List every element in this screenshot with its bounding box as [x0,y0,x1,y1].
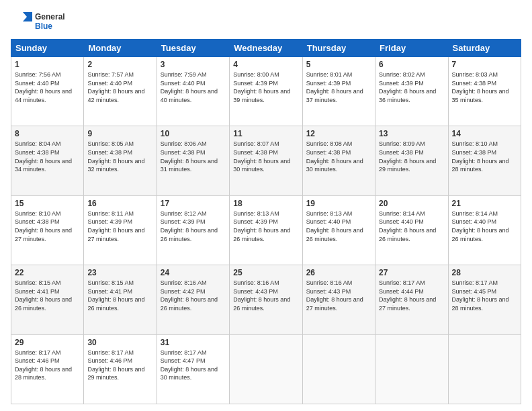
day-info: Sunrise: 8:14 AMSunset: 4:40 PMDaylight:… [379,210,444,243]
weekday-header-sunday: Sunday [11,40,84,57]
day-info: Sunrise: 8:08 AMSunset: 4:38 PMDaylight:… [306,140,371,173]
day-number: 5 [306,60,371,69]
day-info: Sunrise: 8:14 AMSunset: 4:40 PMDaylight:… [452,210,517,243]
day-info: Sunrise: 8:15 AMSunset: 4:41 PMDaylight:… [15,279,80,312]
weekday-header-wednesday: Wednesday [230,40,302,57]
day-info: Sunrise: 8:13 AMSunset: 4:39 PMDaylight:… [233,210,298,243]
calendar-cell: 19Sunrise: 8:13 AMSunset: 4:40 PMDayligh… [302,195,375,265]
calendar-cell: 4Sunrise: 8:00 AMSunset: 4:39 PMDaylight… [230,57,302,126]
day-info: Sunrise: 8:10 AMSunset: 4:38 PMDaylight:… [15,210,80,243]
calendar-cell: 28Sunrise: 8:17 AMSunset: 4:45 PMDayligh… [448,265,521,334]
day-info: Sunrise: 7:57 AMSunset: 4:40 PMDaylight:… [87,71,152,104]
day-info: Sunrise: 8:02 AMSunset: 4:39 PMDaylight:… [379,71,444,104]
calendar-week-3: 15Sunrise: 8:10 AMSunset: 4:38 PMDayligh… [11,195,521,265]
day-number: 19 [306,199,371,208]
day-info: Sunrise: 8:12 AMSunset: 4:39 PMDaylight:… [161,210,226,243]
calendar-cell: 14Sunrise: 8:10 AMSunset: 4:38 PMDayligh… [448,126,521,195]
day-info: Sunrise: 8:17 AMSunset: 4:46 PMDaylight:… [15,349,80,382]
day-number: 3 [161,60,226,69]
day-number: 6 [379,60,444,69]
calendar-cell: 8Sunrise: 8:04 AMSunset: 4:38 PMDaylight… [11,126,84,195]
day-info: Sunrise: 8:16 AMSunset: 4:43 PMDaylight:… [306,279,371,312]
logo-general: General [35,12,65,21]
calendar-cell: 15Sunrise: 8:10 AMSunset: 4:38 PMDayligh… [11,195,84,265]
day-number: 25 [233,268,298,277]
calendar-cell: 7Sunrise: 8:03 AMSunset: 4:38 PMDaylight… [448,57,521,126]
calendar-cell: 11Sunrise: 8:07 AMSunset: 4:38 PMDayligh… [230,126,302,195]
calendar-cell: 6Sunrise: 8:02 AMSunset: 4:39 PMDaylight… [375,57,448,126]
day-info: Sunrise: 8:00 AMSunset: 4:39 PMDaylight:… [233,71,298,104]
day-info: Sunrise: 8:11 AMSunset: 4:39 PMDaylight:… [87,210,152,243]
calendar-cell: 26Sunrise: 8:16 AMSunset: 4:43 PMDayligh… [302,265,375,334]
day-info: Sunrise: 8:16 AMSunset: 4:43 PMDaylight:… [233,279,298,312]
calendar-cell: 30Sunrise: 8:17 AMSunset: 4:46 PMDayligh… [84,334,157,404]
calendar-cell: 18Sunrise: 8:13 AMSunset: 4:39 PMDayligh… [230,195,302,265]
header: GeneralBlue [11,11,521,32]
day-number: 28 [452,268,517,277]
calendar-cell: 16Sunrise: 8:11 AMSunset: 4:39 PMDayligh… [84,195,157,265]
calendar-cell: 17Sunrise: 8:12 AMSunset: 4:39 PMDayligh… [157,195,229,265]
day-info: Sunrise: 8:04 AMSunset: 4:38 PMDaylight:… [15,140,80,173]
day-info: Sunrise: 8:17 AMSunset: 4:44 PMDaylight:… [379,279,444,312]
day-number: 2 [87,60,152,69]
weekday-header-thursday: Thursday [302,40,375,57]
calendar: SundayMondayTuesdayWednesdayThursdayFrid… [11,39,521,404]
calendar-cell: 10Sunrise: 8:06 AMSunset: 4:38 PMDayligh… [157,126,229,195]
day-number: 7 [452,60,517,69]
day-info: Sunrise: 8:13 AMSunset: 4:40 PMDaylight:… [306,210,371,243]
day-info: Sunrise: 8:01 AMSunset: 4:39 PMDaylight:… [306,71,371,104]
day-number: 24 [161,268,226,277]
day-info: Sunrise: 8:09 AMSunset: 4:38 PMDaylight:… [379,140,444,173]
day-number: 23 [87,268,152,277]
weekday-header-monday: Monday [84,40,157,57]
calendar-header-row: SundayMondayTuesdayWednesdayThursdayFrid… [11,40,521,57]
day-number: 30 [87,338,152,347]
weekday-header-saturday: Saturday [448,40,521,57]
day-number: 15 [15,199,80,208]
logo-icon [11,11,32,32]
weekday-header-tuesday: Tuesday [157,40,229,57]
calendar-cell: 27Sunrise: 8:17 AMSunset: 4:44 PMDayligh… [375,265,448,334]
day-number: 1 [15,60,80,69]
calendar-cell: 1Sunrise: 7:56 AMSunset: 4:40 PMDaylight… [11,57,84,126]
day-number: 14 [452,129,517,138]
day-number: 12 [306,129,371,138]
calendar-cell: 24Sunrise: 8:16 AMSunset: 4:42 PMDayligh… [157,265,229,334]
logo-blue: Blue [35,21,65,31]
day-number: 20 [379,199,444,208]
calendar-cell [302,334,375,404]
calendar-cell [230,334,302,404]
day-number: 27 [379,268,444,277]
calendar-cell: 9Sunrise: 8:05 AMSunset: 4:38 PMDaylight… [84,126,157,195]
calendar-cell: 25Sunrise: 8:16 AMSunset: 4:43 PMDayligh… [230,265,302,334]
day-info: Sunrise: 7:56 AMSunset: 4:40 PMDaylight:… [15,71,80,104]
day-info: Sunrise: 8:17 AMSunset: 4:47 PMDaylight:… [161,349,226,382]
day-info: Sunrise: 8:17 AMSunset: 4:46 PMDaylight:… [87,349,152,382]
calendar-cell: 23Sunrise: 8:15 AMSunset: 4:41 PMDayligh… [84,265,157,334]
day-info: Sunrise: 8:05 AMSunset: 4:38 PMDaylight:… [87,140,152,173]
svg-marker-0 [23,12,32,21]
calendar-cell: 3Sunrise: 7:59 AMSunset: 4:40 PMDaylight… [157,57,229,126]
weekday-header-friday: Friday [375,40,448,57]
page: GeneralBlue SundayMondayTuesdayWednesday… [0,0,532,411]
day-number: 13 [379,129,444,138]
logo-text-block: GeneralBlue [35,12,65,32]
day-number: 9 [87,129,152,138]
day-number: 26 [306,268,371,277]
day-info: Sunrise: 8:16 AMSunset: 4:42 PMDaylight:… [161,279,226,312]
calendar-cell: 21Sunrise: 8:14 AMSunset: 4:40 PMDayligh… [448,195,521,265]
calendar-week-1: 1Sunrise: 7:56 AMSunset: 4:40 PMDaylight… [11,57,521,126]
day-info: Sunrise: 7:59 AMSunset: 4:40 PMDaylight:… [161,71,226,104]
day-info: Sunrise: 8:03 AMSunset: 4:38 PMDaylight:… [452,71,517,104]
calendar-cell: 13Sunrise: 8:09 AMSunset: 4:38 PMDayligh… [375,126,448,195]
logo: GeneralBlue [11,11,65,32]
calendar-cell [448,334,521,404]
day-number: 8 [15,129,80,138]
day-number: 17 [161,199,226,208]
calendar-cell: 12Sunrise: 8:08 AMSunset: 4:38 PMDayligh… [302,126,375,195]
calendar-cell: 20Sunrise: 8:14 AMSunset: 4:40 PMDayligh… [375,195,448,265]
calendar-cell: 31Sunrise: 8:17 AMSunset: 4:47 PMDayligh… [157,334,229,404]
calendar-week-4: 22Sunrise: 8:15 AMSunset: 4:41 PMDayligh… [11,265,521,334]
day-number: 16 [87,199,152,208]
calendar-cell [375,334,448,404]
